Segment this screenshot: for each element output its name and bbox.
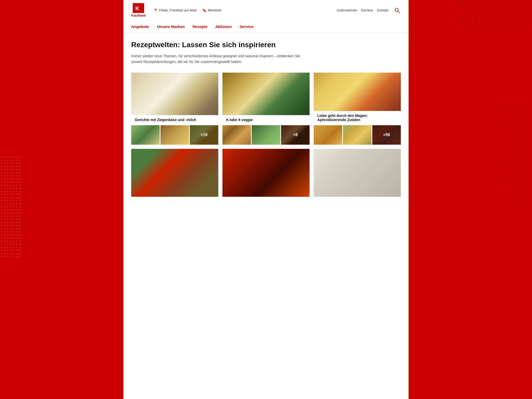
svg-text:K: K	[135, 5, 139, 11]
count-label-veggie: +8	[281, 125, 310, 145]
nav-item-unsere-marken[interactable]: Unsere Marken	[157, 21, 185, 33]
nav-item-aktionen[interactable]: Aktionen	[215, 21, 232, 33]
header: K Kaufland 📍 Filiale: Frankfurt am Main …	[123, 0, 409, 21]
main-nav: Angebote Unsere Marken Rezepte Aktionen …	[123, 21, 409, 33]
recipe-label-veggie: K-take it veggie	[222, 115, 310, 124]
recipe-card-chili[interactable]	[222, 149, 310, 197]
recipe-card-aphrodisiac[interactable]: Liebe geht durch den Magen: Aphrodisiere…	[314, 73, 401, 145]
nav-item-rezepte[interactable]: Rezepte	[193, 21, 208, 33]
thumb-aphrodisiac-1	[314, 125, 342, 145]
thumb-1	[131, 125, 160, 145]
header-link-kontakt[interactable]: Kontakt	[377, 8, 388, 12]
logo-icon: K	[133, 3, 144, 13]
svg-line-2	[398, 11, 400, 13]
bookmark-icon: 🔖	[202, 8, 207, 12]
recipe-label-aphrodisiac: Liebe geht durch den Magen: Aphrodisiere…	[314, 111, 401, 124]
thumb-count-veggie[interactable]: +8	[281, 125, 310, 145]
page-description: Immer wieder neue Themen, für verschiede…	[131, 53, 307, 65]
merkliste-link[interactable]: 🔖 Merkliste	[202, 8, 221, 12]
merkliste-label: Merkliste	[208, 8, 221, 12]
decorative-dots-left	[0, 156, 21, 259]
header-link-karriere[interactable]: Karriere	[361, 8, 373, 12]
recipe-main-image-aphrodisiac: Liebe geht durch den Magen: Aphrodisiere…	[314, 73, 401, 124]
thumb-veggie-1	[222, 125, 251, 145]
count-label-aphrodisiac: +56	[372, 125, 401, 145]
decorative-dots-right	[501, 104, 532, 207]
thumb-aphrodisiac-2	[343, 125, 372, 145]
recipe-main-image-goat-cheese: Gerichte mit Ziegenkäse und -milch	[131, 73, 218, 124]
header-right: Unternehmen Karriere Kontakt	[337, 7, 401, 14]
recipe-thumbnails-veggie: +8	[222, 125, 310, 145]
recipe-main-image-veggie: K-take it veggie	[222, 73, 310, 124]
recipe-grid-bottom	[131, 149, 401, 197]
nav-item-service[interactable]: Service	[240, 21, 253, 33]
thumb-count-aphrodisiac[interactable]: +56	[372, 125, 401, 145]
logo-text: Kaufland	[131, 13, 146, 17]
recipe-card-soup[interactable]	[314, 149, 401, 197]
header-left: K Kaufland 📍 Filiale: Frankfurt am Main …	[131, 3, 221, 17]
svg-point-1	[395, 8, 398, 11]
main-content: Rezeptwelten: Lassen Sie sich inspiriere…	[123, 33, 409, 207]
filiale-label: Filiale: Frankfurt am Main	[159, 8, 197, 12]
count-label-goat-cheese: +16	[190, 125, 218, 145]
recipe-thumbnails-aphrodisiac: +56	[314, 125, 401, 145]
recipe-card-veggie[interactable]: K-take it veggie +8	[222, 73, 310, 145]
recipe-label-goat-cheese: Gerichte mit Ziegenkäse und -milch	[131, 115, 218, 124]
recipe-card-vegs[interactable]	[131, 149, 218, 197]
page-title: Rezeptwelten: Lassen Sie sich inspiriere…	[131, 41, 401, 49]
header-link-unternehmen[interactable]: Unternehmen	[337, 8, 357, 12]
header-meta: 📍 Filiale: Frankfurt am Main 🔖 Merkliste	[153, 8, 222, 12]
thumb-2	[160, 125, 189, 145]
recipe-card-goat-cheese[interactable]: Gerichte mit Ziegenkäse und -milch +16	[131, 73, 218, 145]
filiale-selector[interactable]: 📍 Filiale: Frankfurt am Main	[153, 8, 197, 12]
page-wrapper: K Kaufland 📍 Filiale: Frankfurt am Main …	[123, 0, 409, 399]
logo[interactable]: K Kaufland	[131, 3, 146, 17]
decorative-dots-top	[454, 0, 532, 31]
location-icon: 📍	[153, 8, 158, 12]
header-links: Unternehmen Karriere Kontakt	[337, 8, 388, 12]
thumb-count-goat-cheese[interactable]: +16	[190, 125, 218, 145]
recipe-thumbnails-goat-cheese: +16	[131, 125, 218, 145]
recipe-grid: Gerichte mit Ziegenkäse und -milch +16	[131, 73, 401, 145]
search-button[interactable]	[394, 7, 401, 14]
thumb-veggie-2	[252, 125, 280, 145]
nav-item-angebote[interactable]: Angebote	[131, 21, 149, 33]
